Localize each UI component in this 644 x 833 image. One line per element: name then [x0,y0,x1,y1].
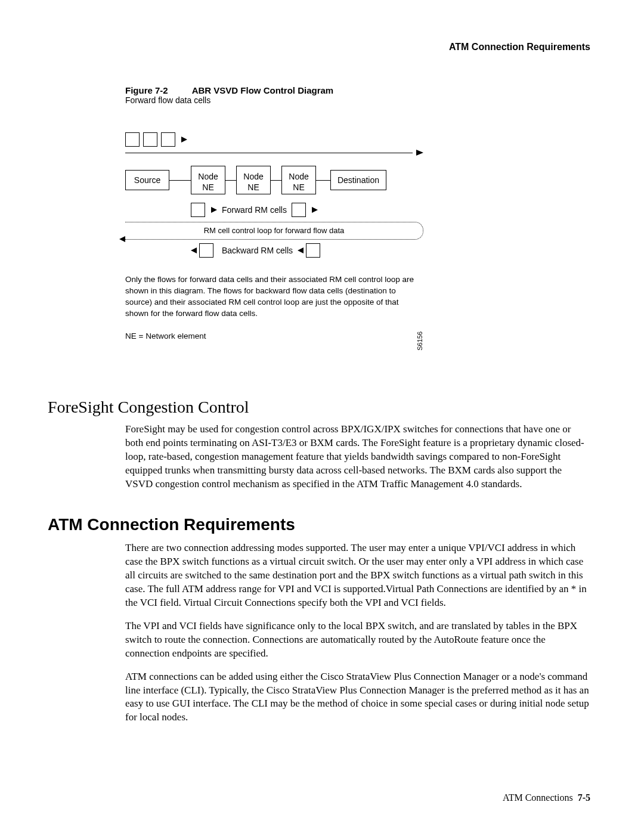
rm-cell-icon [306,243,320,258]
flow-diagram: Forward flow data cells Source Node NE [125,106,423,350]
running-header: ATM Connection Requirements [48,42,590,52]
backward-rm-row: Backward RM cells [191,243,423,258]
node-bottom-label: NE [202,182,213,192]
footer-page-number: 7-5 [578,792,590,803]
figure-caption: Figure 7-2ABR VSVD Flow Control Diagram [125,85,423,95]
arrow-left-icon [119,236,125,242]
flow-path-line [125,147,423,160]
section-heading-foresight: ForeSight Congestion Control [48,398,590,417]
node-top-label: Node [289,172,308,181]
rm-cell-icon [292,203,306,217]
atm-paragraph-1: There are two connection addressing mode… [125,541,590,610]
data-cell-icon [125,132,140,147]
node-top-label: Node [198,172,218,181]
node-top-label: Node [243,172,263,181]
atm-paragraph-3: ATM connections can be added using eithe… [125,670,590,725]
footer-chapter: ATM Connections [503,792,573,803]
network-element-node: Node NE [281,166,316,194]
forward-rm-row: Forward RM cells [191,203,423,217]
forward-data-label: Forward flow data cells [125,95,210,105]
network-element-node: Node NE [191,166,225,194]
figure-label: Figure 7-2 [125,85,168,95]
section-heading-atm: ATM Connection Requirements [48,515,590,534]
source-node: Source [125,170,169,190]
arrow-left-icon [298,247,304,253]
data-cell-icon [161,132,175,147]
loop-label: RM cell control loop for forward flow da… [125,226,423,235]
forward-rm-label: Forward RM cells [222,205,287,215]
figure-title: ABR VSVD Flow Control Diagram [192,85,334,95]
forward-data-cells [125,132,423,147]
page-footer: ATM Connections 7-5 [503,792,590,803]
arrow-right-icon [312,207,318,213]
figure-7-2: Figure 7-2ABR VSVD Flow Control Diagram … [125,85,423,350]
arrow-right-icon [211,207,217,213]
rm-control-loop: RM cell control loop for forward flow da… [125,222,423,240]
figure-explanation: Only the flows for forward data cells an… [125,274,423,320]
figure-internal-id: S6156 [416,332,423,351]
backward-rm-label: Backward RM cells [222,246,293,255]
network-row: Source Node NE Node NE Node NE Destinati… [125,166,423,194]
document-page: ATM Connection Requirements Figure 7-2AB… [0,0,644,833]
arrow-right-icon [416,150,423,156]
node-bottom-label: NE [247,182,259,192]
rm-cell-icon [199,243,213,258]
atm-paragraph-2: The VPI and VCI fields have significance… [125,620,590,661]
arrow-left-icon [191,247,197,253]
foresight-paragraph: ForeSight may be used for congestion con… [125,423,590,491]
node-bottom-label: NE [293,182,304,192]
ne-legend: NE = Network element [125,332,206,351]
rm-cell-icon [191,203,205,217]
destination-node: Destination [330,170,386,190]
arrow-right-icon [181,137,187,143]
network-element-node: Node NE [236,166,271,194]
data-cell-icon [143,132,157,147]
